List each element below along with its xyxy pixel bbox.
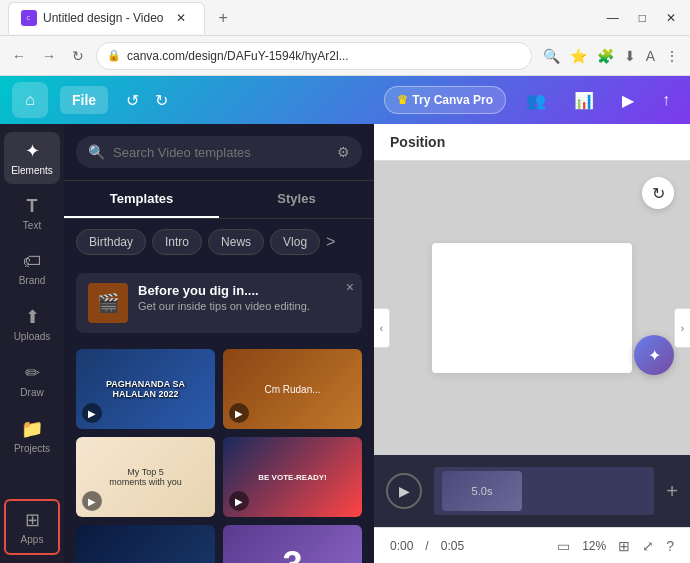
rotate-button[interactable]: ↻ [642, 177, 674, 209]
chip-news[interactable]: News [208, 229, 264, 255]
sidebar-label-draw: Draw [20, 387, 43, 398]
template-item-5[interactable]: MGA PAMBANSANG ▶ [76, 525, 215, 563]
template-thumb-2: Cm Rudan... ▶ [223, 349, 362, 429]
canvas-content [432, 243, 632, 373]
sidebar: ✦ Elements T Text 🏷 Brand ⬆ Uploads ✏ Dr… [0, 124, 64, 563]
help-button[interactable]: ? [666, 538, 674, 554]
address-bar[interactable]: 🔒 canva.com/design/DAFuY-1594k/hyAr2l... [96, 42, 532, 70]
tab-styles[interactable]: Styles [219, 181, 374, 218]
brand-icon: 🏷 [23, 251, 41, 272]
browser-actions: 🔍 ⭐ 🧩 ⬇ A ⋮ [540, 45, 682, 67]
timeline: ▶ 5.0s + [374, 455, 690, 527]
maximize-button[interactable]: □ [633, 9, 652, 27]
template-grid: PAGHANANDA SAHALALAN 2022 ▶ Cm Rudan... … [64, 341, 374, 563]
filter-chips: Birthday Intro News Vlog > [64, 219, 374, 265]
sidebar-item-projects[interactable]: 📁 Projects [4, 410, 60, 462]
template-item-6[interactable]: 3 ▶ [223, 525, 362, 563]
promo-text: Before you dig in.... Get our inside tip… [138, 283, 350, 312]
add-track-button[interactable]: + [666, 480, 678, 503]
chart-button[interactable]: 📊 [566, 87, 602, 114]
panel-toggle-left[interactable]: ‹ [374, 308, 390, 348]
search-bar[interactable]: 🔍 ⚙ [76, 136, 362, 168]
track-thumbnail: 5.0s [442, 471, 522, 511]
panel-toggle-right[interactable]: › [674, 308, 690, 348]
sidebar-item-draw[interactable]: ✏ Draw [4, 354, 60, 406]
sidebar-label-apps: Apps [21, 534, 44, 545]
tab-templates[interactable]: Templates [64, 181, 219, 218]
template-item-3[interactable]: My Top 5moments with you ▶ [76, 437, 215, 517]
uploads-icon: ⬆ [25, 306, 40, 328]
try-pro-button[interactable]: ♛ Try Canva Pro [384, 86, 506, 114]
preview-play-button[interactable]: ▶ [614, 87, 642, 114]
bookmark-button[interactable]: ⭐ [567, 45, 590, 67]
profile-button[interactable]: A [643, 45, 658, 67]
sidebar-item-elements[interactable]: ✦ Elements [4, 132, 60, 184]
download-button[interactable]: ⬇ [621, 45, 639, 67]
redo-button[interactable]: ↻ [149, 89, 174, 112]
tab-close-button[interactable]: ✕ [170, 9, 192, 27]
canvas-area: ‹ ↻ ✦ › [374, 161, 690, 455]
home-icon: ⌂ [25, 91, 35, 109]
time-total: 0:05 [441, 539, 464, 553]
search-filter-button[interactable]: ⚙ [337, 144, 350, 160]
timeline-play-button[interactable]: ▶ [386, 473, 422, 509]
ai-assist-button[interactable]: ✦ [634, 335, 674, 375]
title-bar-controls: — □ ✕ [601, 9, 682, 27]
chip-vlog[interactable]: Vlog [270, 229, 320, 255]
extensions-button[interactable]: 🧩 [594, 45, 617, 67]
share-people-button[interactable]: 👥 [518, 87, 554, 114]
more-chips-button[interactable]: > [326, 233, 335, 251]
play-overlay-1: ▶ [82, 403, 102, 423]
sidebar-item-brand[interactable]: 🏷 Brand [4, 243, 60, 294]
address-text: canva.com/design/DAFuY-1594k/hyAr2l... [127, 49, 521, 63]
device-view-button[interactable]: ▭ [557, 538, 570, 554]
sidebar-label-brand: Brand [19, 275, 46, 286]
file-button[interactable]: File [60, 86, 108, 114]
search-page-button[interactable]: 🔍 [540, 45, 563, 67]
share-upload-button[interactable]: ↑ [654, 87, 678, 113]
new-tab-button[interactable]: + [213, 7, 234, 29]
promo-title: Before you dig in.... [138, 283, 350, 298]
sidebar-item-apps[interactable]: ⊞ Apps [4, 499, 60, 555]
browser-menu-button[interactable]: ⋮ [662, 45, 682, 67]
template-thumb-5: MGA PAMBANSANG ▶ [76, 525, 215, 563]
timeline-track[interactable]: 5.0s [434, 467, 654, 515]
app-header: ⌂ File ↺ ↻ ♛ Try Canva Pro 👥 📊 ▶ ↑ [0, 76, 690, 124]
track-time-label: 5.0s [472, 485, 493, 497]
sidebar-item-uploads[interactable]: ⬆ Uploads [4, 298, 60, 350]
promo-close-button[interactable]: × [346, 279, 354, 295]
template-item-2[interactable]: Cm Rudan... ▶ [223, 349, 362, 429]
forward-button[interactable]: → [38, 44, 60, 68]
tab-title: Untitled design - Video [43, 11, 164, 25]
close-window-button[interactable]: ✕ [660, 9, 682, 27]
sidebar-label-text: Text [23, 220, 41, 231]
chip-birthday[interactable]: Birthday [76, 229, 146, 255]
refresh-button[interactable]: ↻ [68, 44, 88, 68]
right-panel: Position ‹ ↻ ✦ › ▶ 5.0s + 0:00 / 0:05 ▭ [374, 124, 690, 563]
chip-intro[interactable]: Intro [152, 229, 202, 255]
history-buttons: ↺ ↻ [120, 89, 174, 112]
home-button[interactable]: ⌂ [12, 82, 48, 118]
promo-desc: Get our inside tips on video editing. [138, 300, 350, 312]
back-button[interactable]: ← [8, 44, 30, 68]
svg-text:C: C [27, 15, 31, 21]
title-bar: C Untitled design - Video ✕ + — □ ✕ [0, 0, 690, 36]
search-input[interactable] [113, 145, 329, 160]
minimize-button[interactable]: — [601, 9, 625, 27]
canva-logo-icon: C [21, 10, 37, 26]
fullscreen-button[interactable]: ⤢ [642, 538, 654, 554]
browser-bar: ← → ↻ 🔒 canva.com/design/DAFuY-1594k/hyA… [0, 36, 690, 76]
template-item-4[interactable]: BE VOTE-READY! ▶ [223, 437, 362, 517]
template-thumb-3: My Top 5moments with you ▶ [76, 437, 215, 517]
undo-button[interactable]: ↺ [120, 89, 145, 112]
sidebar-item-text[interactable]: T Text [4, 188, 60, 239]
sidebar-label-elements: Elements [11, 165, 53, 176]
search-icon: 🔍 [88, 144, 105, 160]
projects-icon: 📁 [21, 418, 43, 440]
grid-view-button[interactable]: ⊞ [618, 538, 630, 554]
play-overlay-2: ▶ [229, 403, 249, 423]
sidebar-label-uploads: Uploads [14, 331, 51, 342]
main-layout: ✦ Elements T Text 🏷 Brand ⬆ Uploads ✏ Dr… [0, 124, 690, 563]
browser-tab[interactable]: C Untitled design - Video ✕ [8, 2, 205, 34]
template-item-1[interactable]: PAGHANANDA SAHALALAN 2022 ▶ [76, 349, 215, 429]
